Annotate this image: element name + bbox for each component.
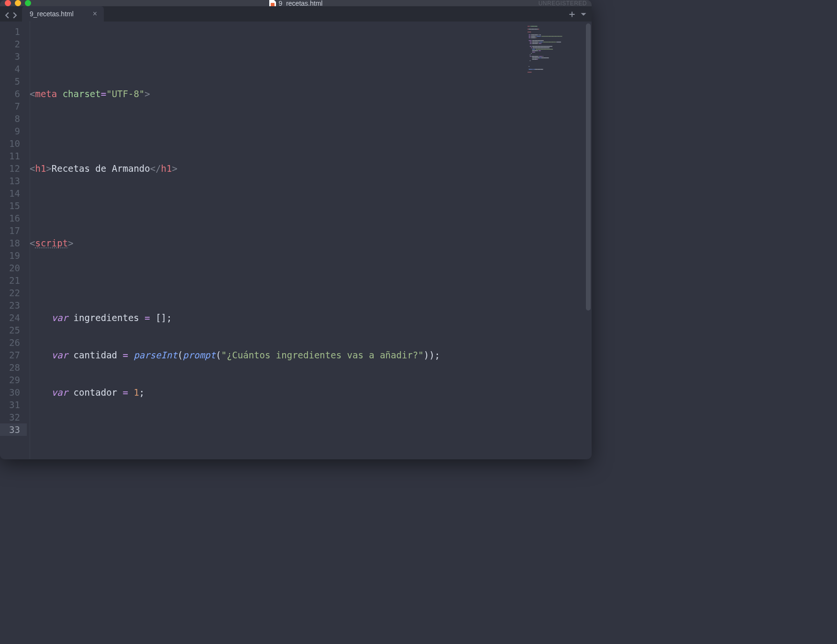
code-line: <script> [30, 237, 592, 249]
line-number: 22 [0, 287, 20, 299]
window-controls [5, 0, 31, 6]
code-line [30, 423, 592, 436]
line-number: 12 [0, 162, 20, 175]
line-number: 28 [0, 361, 20, 374]
code-line: <meta charset="UTF-8"> [30, 88, 592, 100]
code-line: var cantidad = parseInt(prompt("¿Cuántos… [30, 349, 592, 361]
tab-bar: 9_recetas.html × [0, 6, 592, 22]
line-number: 17 [0, 224, 20, 237]
code-content[interactable]: <meta charset="UTF-8"> <h1>Recetas de Ar… [27, 22, 592, 459]
nav-back-icon[interactable] [4, 12, 11, 19]
line-number: 33 [0, 423, 27, 436]
line-number: 3 [0, 50, 20, 63]
line-number: 9 [0, 125, 20, 137]
tab-active[interactable]: 9_recetas.html × [22, 6, 104, 22]
line-number: 30 [0, 386, 20, 399]
line-number: 31 [0, 399, 20, 411]
line-number: 24 [0, 311, 20, 324]
line-number: 1 [0, 25, 20, 38]
line-number: 11 [0, 150, 20, 162]
code-line [30, 274, 592, 287]
code-line [30, 125, 592, 137]
code-line: var contador = 1; [30, 386, 592, 399]
line-number: 32 [0, 411, 20, 423]
line-number: 26 [0, 336, 20, 349]
line-number: 18 [0, 237, 20, 249]
minimap[interactable]: ▄▄▄▄ ▄▄▄▄▄▄▄▄▄▄▄▄ ▄▄▄▄▄▄▄▄▄▄▄▄▄▄▄▄▄▄▄▄ ▄… [528, 25, 585, 78]
line-number: 7 [0, 100, 20, 112]
line-number: 25 [0, 324, 20, 336]
line-number: 13 [0, 175, 20, 187]
line-number: 2 [0, 38, 20, 50]
line-number: 21 [0, 274, 20, 287]
line-number: 29 [0, 374, 20, 386]
minimize-window-button[interactable] [15, 0, 21, 6]
tab-menu-icon[interactable] [580, 11, 587, 18]
new-tab-icon[interactable] [569, 11, 575, 18]
tab-label: 9_recetas.html [30, 10, 74, 18]
close-window-button[interactable] [5, 0, 11, 6]
line-number: 4 [0, 63, 20, 75]
line-number: 20 [0, 262, 20, 274]
vertical-scrollbar[interactable] [585, 22, 592, 459]
code-line: <h1>Recetas de Armando</h1> [30, 162, 592, 175]
line-number: 8 [0, 112, 20, 125]
editor-area[interactable]: 1 2 3 4 5 6 7 8 9 10 11 12 13 14 15 16 1… [0, 22, 592, 459]
line-number: 10 [0, 137, 20, 150]
line-number: 14 [0, 187, 20, 200]
line-number: 16 [0, 212, 20, 224]
code-line: var ingredientes = []; [30, 311, 592, 324]
nav-forward-icon[interactable] [11, 12, 18, 19]
tab-history-nav [3, 12, 22, 22]
line-number: 27 [0, 349, 20, 361]
registration-status: UNREGISTERED [539, 0, 587, 7]
code-line [30, 200, 592, 212]
scrollbar-thumb[interactable] [586, 23, 591, 311]
maximize-window-button[interactable] [25, 0, 31, 6]
line-number: 23 [0, 299, 20, 311]
line-number: 15 [0, 200, 20, 212]
editor-window: 9_recetas.html UNREGISTERED 9_recetas.ht… [0, 0, 592, 459]
line-number: 5 [0, 75, 20, 88]
line-number: 19 [0, 249, 20, 262]
titlebar: 9_recetas.html UNREGISTERED [0, 0, 592, 6]
line-number: 6 [0, 88, 20, 100]
tab-close-icon[interactable]: × [93, 10, 97, 18]
line-number-gutter: 1 2 3 4 5 6 7 8 9 10 11 12 13 14 15 16 1… [0, 22, 27, 459]
